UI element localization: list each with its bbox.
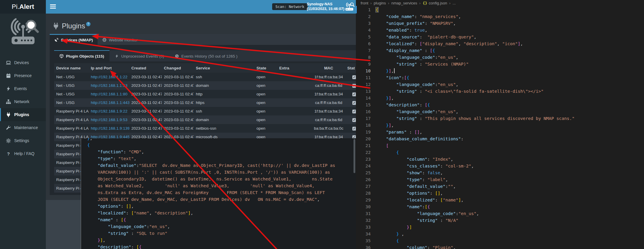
editor-line[interactable]: 10 }], xyxy=(356,68,644,74)
editor-line[interactable]: 6 "localized": ["display_name", "descrip… xyxy=(356,40,644,47)
column-header-ip-and-port[interactable]: Ip and Port xyxy=(89,66,129,70)
cell-created: 2023-03-11 02:47:20 xyxy=(129,92,162,96)
row-checkbox[interactable]: ✓ xyxy=(352,92,356,96)
row-checkbox[interactable]: ✓ xyxy=(352,75,356,79)
sidebar-item-plugins[interactable]: Plugins xyxy=(0,108,46,121)
cell-mac: ca:ff:ff:ca:ba:6d xyxy=(312,100,345,105)
breadcrumb-item-nmap-services[interactable]: nmap_services xyxy=(391,1,417,5)
sidebar-item-devices[interactable]: Devices xyxy=(0,56,46,69)
ip-port-link[interactable]: http://192.168.1.9:53 xyxy=(91,118,127,122)
editor-line[interactable]: 25 "show": false, xyxy=(356,170,644,176)
editor-line[interactable]: 19 "params" : [], xyxy=(356,129,644,136)
sidebar-item-maintenance[interactable]: Maintenance xyxy=(0,121,46,134)
subtab-plugin-objects-115[interactable]: Plugin Objects (115) xyxy=(54,50,109,61)
column-header-mac[interactable]: MAC xyxy=(312,66,345,70)
editor-line[interactable]: 32 "string" : "N/A" xyxy=(356,217,644,224)
row-checkbox[interactable]: ✓ xyxy=(352,84,356,88)
breadcrumb-item-config-json[interactable]: {}config.json xyxy=(423,1,447,5)
editor-line[interactable]: 27 "default_value":"", xyxy=(356,183,644,190)
editor-line[interactable]: 18 }], xyxy=(356,122,644,129)
ip-port-link[interactable]: http://192.168.1.9:139 xyxy=(91,126,129,131)
editor-line[interactable]: 34 } , xyxy=(356,231,644,237)
row-checkbox[interactable]: ✓ xyxy=(352,118,356,122)
cell-service: domain xyxy=(194,118,254,122)
editor-code-lines[interactable]: 1{2 "code_name": "nmap_services",3 "uniq… xyxy=(356,6,644,249)
breadcrumb-item-front[interactable]: front xyxy=(361,1,368,5)
editor-line[interactable]: 29 "localized": ["name"], xyxy=(356,197,644,204)
editor-line[interactable]: 26 "type": "label", xyxy=(356,176,644,183)
tab-services-nmap[interactable]: Services (NMAP) xyxy=(50,34,98,45)
sidebar-item-label: Plugins xyxy=(14,112,29,117)
editor-line[interactable]: 2 "code_name": "nmap_services", xyxy=(356,13,644,20)
editor-line[interactable]: 17 "string" : "This plugin shows all ser… xyxy=(356,115,644,122)
column-header-device-name[interactable]: Device name xyxy=(54,66,89,70)
cell-changed: 2023-03-11 02:47:20 xyxy=(162,126,194,131)
breadcrumb-item-[interactable]: ... xyxy=(453,1,456,5)
editor-line[interactable]: 36 "column": "Plugin", xyxy=(356,244,644,249)
editor-line[interactable]: 13 "string" : "<i class=\"fa-solid fa-sa… xyxy=(356,88,644,95)
editor-line[interactable]: 28 "options": [], xyxy=(356,190,644,197)
sidebar-item-help-faq[interactable]: ?Help / FAQ xyxy=(0,147,46,160)
editor-line[interactable]: 30 "name":[{ xyxy=(356,204,644,210)
line-content: "language_code":"en_us", xyxy=(376,54,458,61)
editor-line[interactable]: 1{ xyxy=(356,6,644,13)
editor-line[interactable]: 23 "column": "Index", xyxy=(356,156,644,163)
column-header-stat[interactable]: Stat xyxy=(345,66,356,70)
column-header-created[interactable]: Created xyxy=(129,66,162,70)
editor-line[interactable]: 35 { xyxy=(356,237,644,244)
editor-line[interactable]: 15 "description": [{ xyxy=(356,102,644,108)
row-checkbox[interactable]: ✓ xyxy=(352,127,356,131)
ip-port-link[interactable]: http://192.168.1.9:22 xyxy=(91,109,127,113)
ip-port-link[interactable]: http://192.168.1.1:443 xyxy=(91,100,129,105)
editor-line[interactable]: 24 "css_classes": "col-sm-2", xyxy=(356,163,644,170)
overlay-code-line: "description": [{ xyxy=(87,244,356,249)
brand-logo[interactable]: Pi.Alert xyxy=(0,0,46,14)
editor-line[interactable]: 20 "database_column_definitions": xyxy=(356,136,644,142)
breadcrumb-text: config.json xyxy=(429,1,447,5)
column-header-extra[interactable]: Extra xyxy=(277,66,312,70)
editor-line[interactable]: 21 [ xyxy=(356,142,644,149)
cell-service: ssh xyxy=(194,109,254,113)
editor-line[interactable]: 11 "icon":[{ xyxy=(356,74,644,81)
editor-line[interactable]: 31 "language_code":"en_us", xyxy=(356,210,644,217)
breadcrumb-item-plugins[interactable]: plugins xyxy=(374,1,386,5)
breadcrumb-separator-icon: › xyxy=(419,1,420,5)
row-checkbox[interactable]: ✓ xyxy=(352,110,356,113)
plug-icon xyxy=(6,112,11,117)
column-header-changed[interactable]: Changed xyxy=(162,66,194,70)
help-badge[interactable]: ? xyxy=(86,22,91,26)
cell-changed: 2023-03-11 02:47:20 xyxy=(162,100,194,105)
column-header-state[interactable]: State xyxy=(254,66,277,70)
tab-website-monitor[interactable]: Website monitor xyxy=(98,34,142,45)
editor-line[interactable]: 3 "unique_prefix": "NMAPSRV", xyxy=(356,20,644,27)
code-editor[interactable]: front›plugins›nmap_services›{}config.jso… xyxy=(356,0,644,249)
cell-ip-and-port: http://192.168.1.1:22 xyxy=(89,75,129,79)
ip-port-link[interactable]: http://192.168.1.1:53 xyxy=(91,83,127,88)
line-number: 29 xyxy=(356,197,376,204)
editor-line[interactable]: 5 "data_source": "pialert-db-query", xyxy=(356,34,644,40)
editor-line[interactable]: 4 "enabled": true, xyxy=(356,27,644,34)
editor-line[interactable]: 9 "string" : "Services (NMAP)" xyxy=(356,61,644,68)
line-number: 14 xyxy=(356,95,376,102)
line-content: "icon":[{ xyxy=(376,74,409,81)
editor-line[interactable]: 22 { xyxy=(356,149,644,156)
subtab-unprocessed-events-0[interactable]: Unprocessed Events (0) xyxy=(109,50,170,61)
sidebar-item-settings[interactable]: Settings xyxy=(0,134,46,147)
row-checkbox[interactable]: ✓ xyxy=(352,101,356,105)
ip-port-link[interactable]: http://192.168.1.1:22 xyxy=(91,75,127,79)
sidebar-item-events[interactable]: Events xyxy=(0,82,46,95)
editor-line[interactable]: 12 "language_code":"en_us", xyxy=(356,81,644,88)
editor-line[interactable]: 16 "language_code":"en_us", xyxy=(356,108,644,115)
column-header-service[interactable]: Service xyxy=(194,66,254,70)
editor-line[interactable]: 7 "display_name" : [{ xyxy=(356,47,644,54)
sidebar-item-network[interactable]: Network xyxy=(0,95,46,108)
ip-port-link[interactable]: http://192.168.1.1:80 xyxy=(91,92,127,96)
subtab-events-history-50-out-of-1265[interactable]: Events History (50 out of 1265 ) xyxy=(170,50,243,61)
line-number: 5 xyxy=(356,34,376,40)
overlay-code-line: "options": [], xyxy=(87,203,356,210)
sidebar-item-presence[interactable]: Presence xyxy=(0,69,46,82)
hamburger-menu-icon[interactable] xyxy=(50,4,56,9)
editor-line[interactable]: 8 "language_code":"en_us", xyxy=(356,54,644,61)
editor-line[interactable]: 14 }], xyxy=(356,95,644,102)
editor-line[interactable]: 33 }] xyxy=(356,224,644,231)
